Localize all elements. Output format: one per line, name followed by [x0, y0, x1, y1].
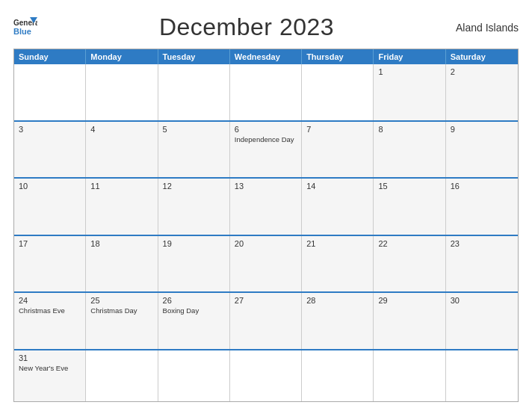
calendar-body: 1 2 3 4 5 6 Independence Day 7 8 9 10 11 — [14, 64, 518, 401]
col-tuesday: Tuesday — [158, 49, 230, 64]
table-row: 24 Christmas Eve — [14, 293, 86, 349]
table-row: 6 Independence Day — [230, 122, 302, 178]
week-5: 24 Christmas Eve 25 Christmas Day 26 Box… — [14, 291, 518, 349]
table-row: 17 — [14, 236, 86, 292]
table-row — [158, 350, 230, 401]
table-row: 22 — [374, 236, 445, 292]
table-row: 15 — [374, 179, 445, 235]
week-6: 31 New Year's Eve — [14, 349, 518, 401]
page: General Blue December 2023 Aland Islands… — [0, 0, 532, 411]
table-row: 31 New Year's Eve — [14, 350, 86, 401]
col-sunday: Sunday — [14, 49, 86, 64]
table-row: 4 — [86, 122, 158, 178]
calendar: Sunday Monday Tuesday Wednesday Thursday… — [13, 49, 519, 402]
table-row: 7 — [302, 122, 374, 178]
week-2: 3 4 5 6 Independence Day 7 8 9 — [14, 120, 518, 178]
table-row: 28 — [302, 293, 374, 349]
table-row: 10 — [14, 179, 86, 235]
table-row: 5 — [158, 122, 230, 178]
col-thursday: Thursday — [302, 49, 374, 64]
table-row: 18 — [86, 236, 158, 292]
table-row — [158, 64, 230, 120]
table-row — [14, 64, 86, 120]
week-4: 17 18 19 20 21 22 23 — [14, 235, 518, 292]
week-3: 10 11 12 13 14 15 16 — [14, 177, 518, 235]
header: General Blue December 2023 Aland Islands — [13, 13, 519, 41]
table-row: 1 — [374, 64, 445, 120]
col-monday: Monday — [86, 49, 158, 64]
table-row: 19 — [158, 236, 230, 292]
table-row — [86, 64, 158, 120]
table-row: 21 — [302, 236, 374, 292]
region-label: Aland Islands — [456, 22, 519, 34]
table-row: 30 — [446, 293, 518, 349]
table-row — [230, 350, 302, 401]
week-1: 1 2 — [14, 64, 518, 120]
table-row: 8 — [374, 122, 445, 178]
table-row: 29 — [374, 293, 445, 349]
col-wednesday: Wednesday — [230, 49, 302, 64]
table-row — [86, 350, 158, 401]
table-row: 13 — [230, 179, 302, 235]
table-row — [230, 64, 302, 120]
logo: General Blue — [13, 16, 37, 40]
svg-text:Blue: Blue — [13, 27, 31, 36]
logo-icon: General Blue — [13, 16, 37, 40]
table-row — [302, 64, 374, 120]
table-row: 3 — [14, 122, 86, 178]
col-saturday: Saturday — [446, 49, 518, 64]
calendar-header: Sunday Monday Tuesday Wednesday Thursday… — [14, 49, 518, 64]
table-row: 12 — [158, 179, 230, 235]
table-row: 9 — [446, 122, 518, 178]
table-row: 25 Christmas Day — [86, 293, 158, 349]
table-row — [446, 350, 518, 401]
table-row: 27 — [230, 293, 302, 349]
page-title: December 2023 — [159, 13, 334, 41]
table-row: 14 — [302, 179, 374, 235]
col-friday: Friday — [374, 49, 445, 64]
table-row: 26 Boxing Day — [158, 293, 230, 349]
table-row: 20 — [230, 236, 302, 292]
table-row: 23 — [446, 236, 518, 292]
table-row: 2 — [446, 64, 518, 120]
table-row — [302, 350, 374, 401]
table-row: 11 — [86, 179, 158, 235]
table-row: 16 — [446, 179, 518, 235]
table-row — [374, 350, 445, 401]
